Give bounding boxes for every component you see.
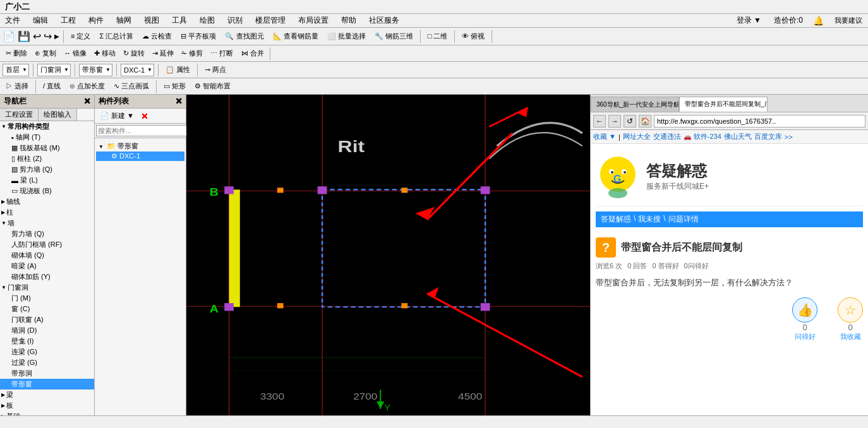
tree-item-common[interactable]: ▼ 常用构件类型 [0,121,94,132]
rect-btn[interactable]: ▭ 矩形 [160,80,189,92]
rebar3d-btn[interactable]: 🔧 钢筋三维 [371,30,416,42]
trim-btn[interactable]: ✁ 修剪 [178,47,206,59]
home-btn[interactable]: 🏠 [639,115,651,128]
tree-item-window[interactable]: 窗 (C) [0,304,94,314]
point-len-btn[interactable]: ⊙ 点加长度 [66,80,108,92]
attr-btn[interactable]: 📋 属性 [162,64,193,76]
expand-icon-wall[interactable]: ▼ [1,220,6,226]
component-dropdown[interactable]: DXC-1 [121,64,154,76]
tree-item-col[interactable]: ▶ 柱 [0,207,94,218]
menu-component[interactable]: 构件 [86,15,106,26]
menu-draw[interactable]: 绘图 [197,15,217,26]
arc3pt-btn[interactable]: ∿ 三点画弧 [111,80,152,92]
select-btn[interactable]: ▷ 选择 [3,80,32,92]
expand-icon-dw[interactable]: ▼ [1,285,6,290]
tree-item-wallopening[interactable]: 墙洞 (D) [0,325,94,336]
bm-software[interactable]: 软件-234 [694,132,721,141]
cloud-check-btn[interactable]: ☁ 云检查 [139,30,175,42]
new-component-btn[interactable]: 📄 新建 ▼ [97,110,137,122]
tree-item-stripwindow[interactable]: 带形窗 [0,379,94,389]
comp-tree-dxc1[interactable]: ⚙ DXC-1 [96,152,184,161]
expand-icon-col[interactable]: ▶ [1,210,5,215]
bm-traffic[interactable]: 交通违法 [653,132,681,141]
project-settings-btn[interactable]: 工程设置 [0,109,39,121]
refresh-btn[interactable]: ↺ [624,115,636,128]
move-btn[interactable]: ✚ 移动 [91,47,119,59]
bm-weather[interactable]: 佛山天气 [724,132,752,141]
bm-baidu[interactable]: 百度文库 [754,132,782,141]
find-btn[interactable]: 🔍 查找图元 [222,30,267,42]
url-bar[interactable] [654,115,865,128]
menu-floor[interactable]: 楼层管理 [253,15,288,26]
tree-item-overbeam[interactable]: 过梁 (G) [0,357,94,368]
star-label[interactable]: 我收藏 [840,332,861,342]
tree-item-wall[interactable]: ▼ 墙 [0,218,94,229]
tree-item-sw2[interactable]: 剪力墙 (Q) [0,229,94,239]
menu-view[interactable]: 视图 [142,15,162,26]
tree-item-boards[interactable]: ▶板 [0,400,94,411]
expand-icon-axis[interactable]: ▶ [1,199,5,205]
back-btn[interactable]: ← [593,115,606,128]
smart-place-btn[interactable]: ⚙ 智能布置 [191,80,234,92]
login-btn[interactable]: 登录 ▼ [734,15,764,26]
menu-edit[interactable]: 编辑 [30,15,51,26]
qa-nav-detail[interactable]: 问题详情 [668,214,699,225]
bm-sitemap[interactable]: 网址大全 [623,132,651,141]
rotate-btn[interactable]: ↻ 旋转 [120,47,148,59]
define-btn[interactable]: ≡ 定义 [68,30,93,42]
search-input[interactable] [96,125,187,136]
tree-item-beam[interactable]: ▬ 梁 (L) [0,175,94,186]
qa-nav-unsearched[interactable]: 我未搜 [638,214,661,225]
tree-item-axis[interactable]: ▪ 轴网 (T) [0,132,94,143]
menu-tools[interactable]: 工具 [169,15,190,26]
tree-item-shearwall[interactable]: ▧ 剪力墙 (Q) [0,164,94,175]
tree-item-stripopening[interactable]: 带形洞 [0,368,94,379]
tree-item-niche[interactable]: 壁龛 (I) [0,336,94,347]
line-btn[interactable]: / 直线 [40,80,64,92]
copy-btn[interactable]: ⊕ 复制 [32,47,59,59]
tree-item-foundation[interactable]: ▶基础 [0,411,94,415]
merge-btn[interactable]: ⋈ 合并 [238,47,267,59]
extend-btn[interactable]: ⇥ 延伸 [149,47,177,59]
2d-btn[interactable]: □ 二维 [425,30,451,42]
tree-item-door[interactable]: 门 (M) [0,293,94,304]
suggest-btn[interactable]: 我要建议 [831,15,865,27]
shape-dropdown[interactable]: 带形窗 [79,64,112,76]
floor-dropdown[interactable]: 首层 [3,64,29,76]
delete-component-btn[interactable]: 🗙 [138,111,152,121]
menu-project[interactable]: 工程 [58,15,78,26]
draw-input-btn[interactable]: 绘图输入 [39,109,77,121]
drawing-canvas[interactable]: A B Y 3300 2700 4500 Rit [186,95,590,415]
menu-axis[interactable]: 轴网 [114,15,134,26]
menu-community[interactable]: 社区服务 [366,15,402,26]
tree-item-column[interactable]: ▯ 框柱 (Z) [0,153,94,164]
topview-btn[interactable]: 👁 俯视 [459,30,488,42]
star-button[interactable]: ☆ [838,297,863,323]
delete-btn[interactable]: ✂ 删除 [3,47,30,59]
tree-item-hiddenbeam[interactable]: 暗梁 (A) [0,261,94,271]
tree-item-masonryrebar[interactable]: 砌体加筋 (Y) [0,271,94,282]
tree-item-masonry[interactable]: 砌体墙 (Q) [0,250,94,261]
bm-favorites[interactable]: 收藏 ▼ [593,132,616,141]
rebar-view-btn[interactable]: 📐 查看钢筋量 [270,30,322,42]
browser-tab-360[interactable]: 360导航_新一代安全上网导航 × [591,97,679,112]
qa-nav-home[interactable]: 答疑解惑 [601,214,631,225]
tree-item-axisnet[interactable]: ▶ 轴线 [0,196,94,207]
level-btn[interactable]: ⊟ 平齐板项 [178,30,219,42]
tree-item-raft[interactable]: ▦ 筏板基础 (M) [0,143,94,153]
mirror-btn[interactable]: ↔ 镜像 [61,47,90,59]
like-button[interactable]: 👍 [792,297,817,323]
calc-btn[interactable]: Σ 汇总计算 [96,30,136,42]
break-btn[interactable]: ⋯ 打断 [207,47,236,59]
browser-tab-qa[interactable]: 带型窗合并后不能层间复制_广… × [679,97,768,112]
comp-tree-stripwindow[interactable]: ▼ 📁 带形窗 [96,141,184,152]
twopts-btn[interactable]: ⊸ 两点 [202,64,229,76]
tree-item-doorwindow[interactable]: ▼ 门窗洞 [0,282,94,293]
like-label[interactable]: 问得好 [795,332,816,342]
batch-select-btn[interactable]: ⬜ 批量选择 [324,30,369,42]
tree-item-doorwindow2[interactable]: 门联窗 (A) [0,314,94,325]
forward-btn[interactable]: → [608,115,621,128]
tree-item-slab[interactable]: ▭ 现浇板 (B) [0,186,94,196]
tree-item-defensedoor[interactable]: 人防门框墙 (RF) [0,239,94,250]
bm-more[interactable]: >> [785,133,793,141]
